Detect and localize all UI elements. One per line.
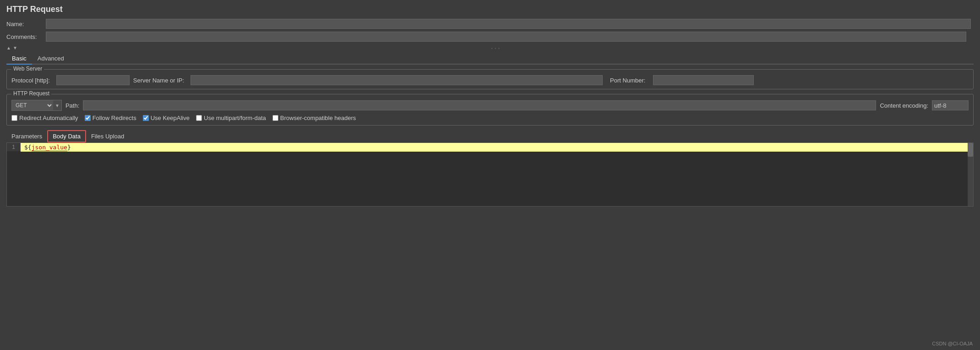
redirect-auto-label: Redirect Automatically — [19, 115, 78, 121]
browser-compatible-checkbox[interactable]: Browser-compatible headers — [272, 115, 356, 121]
port-label: Port Number: — [610, 77, 647, 84]
use-multipart-label: Use multipart/form-data — [204, 115, 266, 121]
code-line-1: 1 ${json_value} — [7, 143, 973, 152]
name-label: Name: — [6, 21, 43, 27]
tab-parameters[interactable]: Parameters — [6, 131, 47, 142]
tab-basic[interactable]: Basic — [6, 53, 32, 65]
protocol-input[interactable] — [56, 75, 130, 85]
scroll-thumb[interactable] — [968, 143, 973, 157]
tab-files-upload[interactable]: Files Upload — [86, 131, 129, 142]
code-empty-area[interactable] — [7, 152, 973, 206]
use-multipart-checkbox[interactable]: Use multipart/form-data — [196, 115, 266, 121]
path-label: Path: — [65, 102, 79, 109]
content-encoding-label: Content encoding: — [880, 102, 928, 109]
use-keepalive-checkbox[interactable]: Use KeepAlive — [143, 115, 190, 121]
line-number-1: 1 — [7, 143, 21, 151]
tab-advanced[interactable]: Advanced — [32, 53, 70, 64]
browser-compatible-label: Browser-compatible headers — [280, 115, 356, 121]
follow-redirects-label: Follow Redirects — [93, 115, 136, 121]
protocol-label: Protocol [http]: — [11, 77, 50, 84]
content-encoding-input[interactable]: utf-8 — [932, 100, 969, 110]
code-prefix: ${ — [24, 144, 32, 151]
tab-body-data[interactable]: Body Data — [47, 130, 86, 142]
vertical-scrollbar[interactable] — [968, 143, 973, 206]
http-request-section: HTTP Request GET POST PUT DELETE HEAD OP… — [6, 94, 974, 126]
name-input[interactable] — [46, 19, 971, 29]
path-input[interactable] — [83, 100, 876, 110]
sub-tabs: Parameters Body Data Files Upload — [6, 130, 974, 142]
server-label: Server Name or IP: — [133, 77, 184, 84]
method-select-wrapper[interactable]: GET POST PUT DELETE HEAD OPTIONS PATCH ▼ — [11, 100, 62, 111]
dots-separator: ··· — [19, 44, 974, 51]
server-name-input[interactable] — [191, 75, 603, 85]
http-request-label: HTTP Request — [11, 90, 51, 97]
dropdown-arrow-icon: ▼ — [53, 100, 61, 110]
code-suffix: } — [67, 144, 71, 151]
comments-input[interactable] — [46, 32, 966, 42]
use-keepalive-label: Use KeepAlive — [151, 115, 190, 121]
web-server-label: Web Server — [11, 66, 44, 72]
web-server-section: Web Server Protocol [http]: Server Name … — [6, 69, 974, 89]
method-dropdown[interactable]: GET POST PUT DELETE HEAD OPTIONS PATCH — [12, 100, 53, 110]
port-input[interactable] — [653, 75, 754, 85]
page-title: HTTP Request — [6, 5, 974, 14]
redirect-auto-checkbox[interactable]: Redirect Automatically — [11, 115, 78, 121]
arrow-up-icon[interactable]: ▲ — [6, 45, 11, 50]
arrow-down-icon[interactable]: ▼ — [13, 45, 17, 50]
main-tabs: Basic Advanced — [6, 53, 974, 65]
comments-label: Comments: — [6, 33, 43, 40]
code-variable: json_value — [32, 144, 67, 151]
follow-redirects-checkbox[interactable]: Follow Redirects — [85, 115, 136, 121]
code-content-1[interactable]: ${json_value} — [21, 143, 973, 152]
watermark: CSDN @CI-OAJA — [932, 341, 973, 346]
checkboxes-row: Redirect Automatically Follow Redirects … — [11, 115, 969, 121]
code-editor: 1 ${json_value} — [6, 142, 974, 207]
